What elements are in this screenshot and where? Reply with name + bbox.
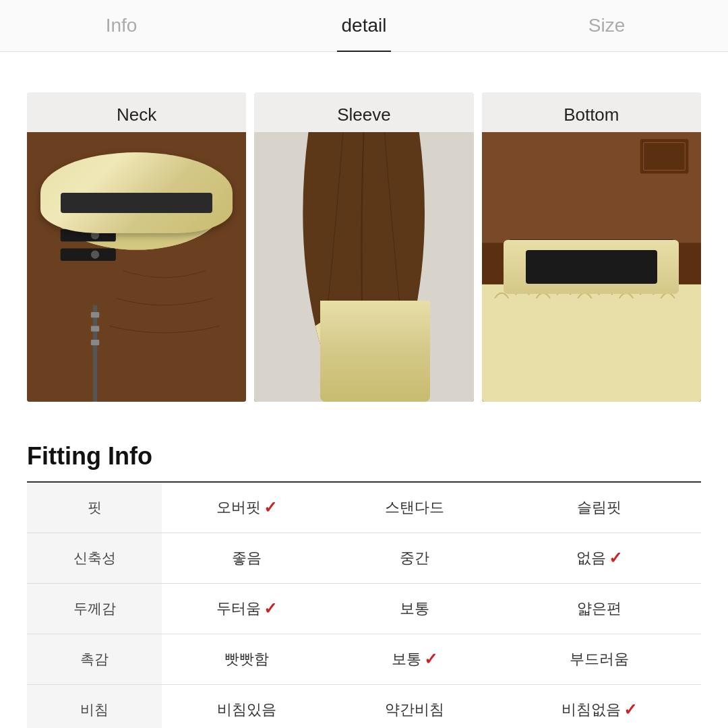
transparency-col-1: 비침있음 <box>162 685 331 728</box>
thickness-col-3: 얇은편 <box>497 584 701 634</box>
neck-label: Neck <box>27 92 246 132</box>
tab-detail[interactable]: detail <box>243 0 485 51</box>
row-header-fit: 핏 <box>27 482 162 533</box>
svg-rect-4 <box>61 249 116 261</box>
svg-rect-16 <box>508 239 674 277</box>
fit-col-2: 스탠다드 <box>331 482 497 533</box>
fitting-info-title: Fitting Info <box>27 442 701 471</box>
table-row: 두께감 두터움✓ 보통 얇은편 <box>27 584 701 634</box>
table-row: 신축성 좋음 중간 없음✓ <box>27 533 701 584</box>
sleeve-image <box>254 132 473 402</box>
table-row: 비침 비침있음 약간비침 비침없음✓ <box>27 685 701 728</box>
svg-rect-14 <box>482 243 701 284</box>
fitting-table: 핏 오버핏✓ 스탠다드 슬림핏 신축성 좋음 중간 없음✓ <box>27 481 701 728</box>
fit-col-1: 오버핏✓ <box>162 482 331 533</box>
row-header-texture: 촉감 <box>27 634 162 685</box>
svg-rect-9 <box>91 326 99 332</box>
row-header-transparency: 비침 <box>27 685 162 728</box>
transparency-col-3: 비침없음✓ <box>497 685 701 728</box>
svg-point-19 <box>587 254 595 262</box>
bottom-image <box>482 132 701 402</box>
tab-navigation: Info detail Size <box>0 0 728 52</box>
bottom-label: Bottom <box>482 92 701 132</box>
svg-rect-18 <box>576 247 607 270</box>
svg-point-5 <box>91 231 99 239</box>
row-header-thickness: 두께감 <box>27 584 162 634</box>
texture-col-1: 빳빳함 <box>162 634 331 685</box>
thickness-col-2: 보통 <box>331 584 497 634</box>
svg-rect-10 <box>91 340 99 345</box>
svg-rect-0 <box>27 132 246 402</box>
svg-rect-3 <box>61 229 116 241</box>
elasticity-col-3: 없음✓ <box>497 533 701 584</box>
neck-image <box>27 132 246 402</box>
sleeve-label: Sleeve <box>254 92 473 132</box>
elasticity-col-1: 좋음 <box>162 533 331 584</box>
table-row: 촉감 빳빳함 보통✓ 부드러움 <box>27 634 701 685</box>
main-content: Neck <box>0 52 728 728</box>
sleeve-card: Sleeve <box>254 92 473 402</box>
fit-col-3: 슬림핏 <box>497 482 701 533</box>
svg-rect-20 <box>640 139 688 173</box>
row-header-elasticity: 신축성 <box>27 533 162 584</box>
bottom-card: Bottom <box>482 92 701 402</box>
neck-card: Neck <box>27 92 246 402</box>
tab-size[interactable]: Size <box>485 0 728 51</box>
svg-rect-15 <box>482 284 701 402</box>
svg-rect-17 <box>571 241 613 275</box>
texture-col-3: 부드러움 <box>497 634 701 685</box>
fitting-info-section: Fitting Info 핏 오버핏✓ 스탠다드 슬림핏 신축성 좋음 중간 <box>27 442 701 728</box>
tab-info[interactable]: Info <box>0 0 243 51</box>
thickness-col-1: 두터움✓ <box>162 584 331 634</box>
texture-col-2: 보통✓ <box>331 634 497 685</box>
svg-point-6 <box>91 251 99 259</box>
detail-images-section: Neck <box>27 92 701 402</box>
transparency-col-2: 약간비침 <box>331 685 497 728</box>
elasticity-col-2: 중간 <box>331 533 497 584</box>
table-row: 핏 오버핏✓ 스탠다드 슬림핏 <box>27 482 701 533</box>
svg-rect-8 <box>91 312 99 317</box>
